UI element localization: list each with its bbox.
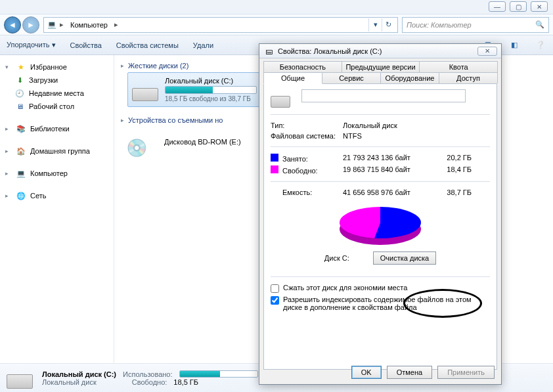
sidebar-network[interactable]: ▸ Сеть — [3, 189, 111, 202]
system-properties-button[interactable]: Свойства системы — [116, 41, 179, 49]
compress-checkbox[interactable]: Сжать этот диск для экономии места — [271, 282, 490, 294]
dialog-title: Свойства: Локальный диск (C:) — [278, 47, 382, 55]
tab-previous-versions[interactable]: Предыдущие версии — [342, 61, 420, 72]
sidebar-item-label: Рабочий стол — [29, 102, 74, 110]
details-used-label: Использовано: — [123, 370, 173, 378]
index-label: Разрешить индексировать содержимое файло… — [283, 295, 490, 311]
volume-name-input[interactable] — [301, 89, 466, 102]
recent-icon — [14, 88, 25, 98]
libraries-icon — [16, 123, 26, 134]
uninstall-button[interactable]: Удали — [193, 41, 213, 49]
dialog-tabs: Безопасность Предыдущие версии Квота Общ… — [259, 58, 501, 83]
drive-name: Дисковод BD-ROM (E:) — [164, 138, 241, 146]
tab-security[interactable]: Безопасность — [263, 61, 342, 72]
tab-general-body: Тип:Локальный диск Файловая система:NTFS… — [263, 83, 497, 370]
used-bytes: 21 793 243 136 байт — [343, 154, 435, 163]
ok-button[interactable]: OK — [351, 366, 382, 379]
maximize-button[interactable]: ▢ — [510, 1, 527, 12]
details-usage-bar — [179, 370, 258, 378]
sidebar-item-downloads[interactable]: Загрузки — [3, 74, 111, 87]
minimize-button[interactable]: — — [489, 1, 506, 12]
nav-row: ◄ ► ▸ Компьютер ▸ ▾ ↻ Поиск: Компьютер 🔍 — [0, 14, 553, 35]
breadcrumb-computer[interactable]: Компьютер — [66, 20, 112, 30]
fs-label: Файловая система: — [271, 132, 343, 140]
capacity-gb: 38,7 ГБ — [435, 188, 472, 196]
help-icon[interactable]: ❔ — [535, 39, 546, 51]
details-free-value: 18,5 ГБ — [173, 378, 198, 386]
tab-quota[interactable]: Квота — [419, 61, 498, 72]
address-bar[interactable]: ▸ Компьютер ▸ ▾ ↻ — [43, 17, 398, 33]
used-label: Занято: — [282, 155, 308, 163]
sidebar-item-label: Сеть — [30, 192, 46, 200]
preview-pane-icon[interactable]: ◧ — [508, 39, 520, 51]
dialog-close-button[interactable]: ✕ — [477, 47, 497, 56]
download-icon — [14, 75, 25, 85]
compress-label: Сжать этот диск для экономии места — [283, 284, 407, 292]
tab-tools[interactable]: Сервис — [322, 72, 381, 83]
sidebar-item-recent[interactable]: Недавние места — [3, 87, 111, 100]
tab-hardware[interactable]: Оборудование — [380, 72, 439, 83]
tab-general[interactable]: Общие — [263, 72, 322, 84]
drive-icon — [271, 89, 293, 108]
free-bytes: 19 863 715 840 байт — [343, 165, 435, 175]
disk-cleanup-button[interactable]: Очистка диска — [373, 251, 436, 265]
computer-icon — [47, 20, 57, 30]
forward-button[interactable]: ► — [22, 16, 39, 33]
bdrom-icon — [131, 131, 159, 153]
disk-c-label: Диск C: — [324, 254, 349, 262]
details-free-label: Свободно: — [132, 378, 167, 386]
free-gb: 18,4 ГБ — [435, 165, 472, 175]
type-value: Локальный диск — [343, 121, 397, 129]
drive-name: Локальный диск (C:) — [165, 77, 257, 85]
sidebar-item-label: Загрузки — [29, 76, 58, 84]
used-gb: 20,2 ГБ — [435, 154, 472, 163]
tab-sharing[interactable]: Доступ — [439, 72, 498, 83]
refresh-button[interactable]: ↻ — [382, 18, 395, 32]
drive-icon — [7, 366, 35, 390]
drive-icon — [132, 79, 160, 101]
sidebar-item-label: Библиотеки — [30, 125, 70, 133]
breadcrumb-separator: ▸ — [60, 20, 64, 29]
fs-value: NTFS — [343, 132, 362, 140]
sidebar-libraries[interactable]: ▸ Библиотеки — [3, 122, 111, 135]
close-button[interactable]: ✕ — [531, 1, 548, 12]
search-icon: 🔍 — [535, 20, 544, 29]
sidebar-item-label: Недавние места — [29, 89, 84, 97]
drive-icon: 🖴 — [263, 46, 274, 56]
sidebar-favorites-label: Избранное — [30, 63, 67, 71]
computer-icon — [16, 168, 26, 179]
usage-pie-chart — [331, 203, 430, 249]
sidebar-homegroup[interactable]: ▸ Домашняя группа — [3, 144, 111, 158]
used-swatch — [271, 154, 278, 162]
homegroup-icon — [16, 146, 26, 156]
free-swatch — [271, 165, 278, 173]
details-subtitle: Локальный диск — [42, 378, 97, 386]
index-checkbox[interactable]: Разрешить индексировать содержимое файло… — [271, 294, 490, 313]
search-placeholder: Поиск: Компьютер — [407, 21, 472, 29]
window-titlebar: — ▢ ✕ — [0, 0, 553, 14]
sidebar-favorites[interactable]: ▾ Избранное — [3, 60, 111, 74]
breadcrumb-separator: ▸ — [114, 20, 118, 29]
desktop-icon — [14, 101, 25, 112]
details-name: Локальный диск (C:) — [42, 370, 116, 378]
star-icon — [16, 62, 26, 72]
drive-free-label: 18,5 ГБ свободно из 38,7 ГБ — [165, 95, 257, 102]
sidebar: ▾ Избранное Загрузки Недавние места Рабо… — [0, 55, 114, 364]
free-label: Свободно: — [282, 167, 318, 175]
sidebar-computer[interactable]: ▸ Компьютер — [3, 167, 111, 180]
capacity-bytes: 41 656 958 976 байт — [343, 188, 435, 196]
cancel-button[interactable]: Отмена — [387, 366, 432, 379]
apply-button[interactable]: Применить — [437, 366, 495, 379]
drive-c[interactable]: Локальный диск (C:) 18,5 ГБ свободно из … — [127, 72, 272, 107]
sidebar-item-label: Домашняя группа — [30, 147, 90, 155]
drive-usage-bar — [165, 86, 257, 94]
organize-menu[interactable]: Упорядочить ▾ — [7, 41, 56, 49]
properties-button[interactable]: Свойства — [70, 41, 102, 49]
search-input[interactable]: Поиск: Компьютер 🔍 — [402, 17, 549, 33]
address-dropdown[interactable]: ▾ — [368, 18, 382, 32]
sidebar-item-desktop[interactable]: Рабочий стол — [3, 100, 111, 113]
network-icon — [16, 190, 26, 201]
back-button[interactable]: ◄ — [4, 16, 21, 33]
dialog-titlebar[interactable]: 🖴 Свойства: Локальный диск (C:) ✕ — [259, 44, 501, 58]
capacity-label: Емкость: — [271, 188, 343, 196]
